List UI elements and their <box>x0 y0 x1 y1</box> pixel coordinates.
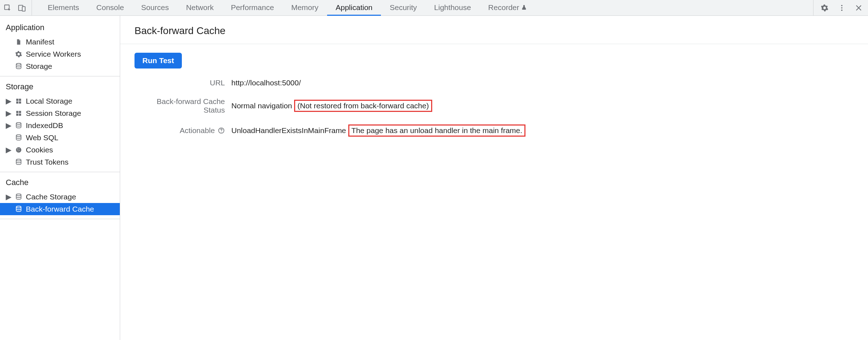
sidebar-item-manifest[interactable]: Manifest <box>0 36 120 48</box>
sidebar-item-label: Session Storage <box>26 109 81 118</box>
actionable-label: Actionable <box>180 126 215 135</box>
grid-icon <box>14 110 23 117</box>
sidebar-divider <box>0 219 120 219</box>
svg-point-26 <box>221 132 222 132</box>
sidebar-item-label: Back-forward Cache <box>26 205 94 213</box>
svg-point-15 <box>16 123 21 124</box>
tab-sources[interactable]: Sources <box>133 0 178 16</box>
sidebar: Application Manifest Service Workers Sto… <box>0 16 120 340</box>
devtools-tabstrip: Elements Console Sources Network Perform… <box>0 0 868 16</box>
tabstrip-right-icons <box>813 0 862 15</box>
sidebar-item-label: Service Workers <box>26 50 81 58</box>
sidebar-item-storage[interactable]: Storage <box>0 60 120 72</box>
database-icon <box>14 63 23 70</box>
svg-rect-12 <box>19 111 21 113</box>
sidebar-item-label: Cache Storage <box>26 193 76 201</box>
tab-security[interactable]: Security <box>381 0 425 16</box>
row-bfcache-status: Back-forward Cache Status Normal navigat… <box>135 97 854 114</box>
sidebar-item-label: Trust Tokens <box>26 158 69 166</box>
sidebar-item-cache-storage[interactable]: ▶ Cache Storage <box>0 191 120 203</box>
svg-point-20 <box>18 150 18 151</box>
svg-point-5 <box>841 9 843 11</box>
run-test-button[interactable]: Run Test <box>135 53 182 69</box>
tab-lighthouse[interactable]: Lighthouse <box>425 0 480 16</box>
svg-rect-9 <box>16 101 18 104</box>
main-content: Back-forward Cache Run Test URL http://l… <box>120 16 868 340</box>
svg-rect-2 <box>22 6 25 11</box>
grid-icon <box>14 98 23 104</box>
database-icon <box>14 193 23 200</box>
sidebar-item-session-storage[interactable]: ▶ Session Storage <box>0 107 120 119</box>
actionable-desc-highlight: The page has an unload handler in the ma… <box>348 124 525 137</box>
cookie-icon <box>14 146 23 154</box>
database-icon <box>14 134 23 141</box>
gear-icon[interactable] <box>821 4 829 12</box>
svg-point-3 <box>841 5 843 6</box>
tab-elements[interactable]: Elements <box>39 0 88 16</box>
tab-recorder-label: Recorder <box>488 3 519 12</box>
sidebar-item-bfcache[interactable]: Back-forward Cache <box>0 203 120 215</box>
tab-memory[interactable]: Memory <box>283 0 327 16</box>
svg-rect-7 <box>16 99 18 101</box>
tab-recorder[interactable]: Recorder <box>480 0 536 16</box>
sidebar-section-cache: Cache <box>0 176 120 191</box>
status-note-highlight: (Not restored from back-forward cache) <box>294 100 432 112</box>
caret-right-icon: ▶ <box>6 109 11 118</box>
sidebar-item-cookies[interactable]: ▶ Cookies <box>0 144 120 156</box>
svg-rect-8 <box>19 99 21 101</box>
help-icon[interactable] <box>218 127 225 134</box>
tab-performance[interactable]: Performance <box>222 0 283 16</box>
tab-network[interactable]: Network <box>178 0 222 16</box>
tab-console[interactable]: Console <box>88 0 133 16</box>
page-title: Back-forward Cache <box>120 16 868 44</box>
svg-point-4 <box>841 7 843 9</box>
sidebar-divider <box>0 172 120 172</box>
url-value: http://localhost:5000/ <box>231 79 301 87</box>
sidebar-item-label: Web SQL <box>26 133 58 142</box>
svg-point-21 <box>19 150 20 151</box>
sidebar-item-service-workers[interactable]: Service Workers <box>0 48 120 60</box>
svg-rect-10 <box>19 101 21 104</box>
sidebar-item-label: IndexedDB <box>26 121 63 130</box>
caret-right-icon: ▶ <box>6 146 11 154</box>
database-icon <box>14 122 23 129</box>
svg-point-17 <box>16 147 22 153</box>
svg-point-16 <box>16 135 21 137</box>
sidebar-divider <box>0 76 120 76</box>
sidebar-item-label: Local Storage <box>26 97 72 105</box>
sidebar-item-indexeddb[interactable]: ▶ IndexedDB <box>0 119 120 132</box>
sidebar-item-label: Cookies <box>26 146 53 154</box>
content-area: Run Test URL http://localhost:5000/ Back… <box>120 44 868 155</box>
row-url: URL http://localhost:5000/ <box>135 79 854 87</box>
database-icon <box>14 159 23 166</box>
kebab-icon[interactable] <box>838 4 846 12</box>
svg-point-18 <box>17 148 18 150</box>
document-icon <box>14 38 23 46</box>
row-actionable: Actionable UnloadHandlerExistsInMainFram… <box>135 124 854 137</box>
svg-point-19 <box>19 148 20 149</box>
sidebar-item-label: Manifest <box>26 38 54 46</box>
url-label: URL <box>135 79 231 87</box>
sidebar-item-web-sql[interactable]: Web SQL <box>0 132 120 144</box>
tabstrip-left-icons <box>4 0 32 15</box>
svg-rect-11 <box>16 111 18 113</box>
status-label: Back-forward Cache Status <box>135 97 231 114</box>
close-icon[interactable] <box>855 4 862 11</box>
body-split: Application Manifest Service Workers Sto… <box>0 16 868 340</box>
status-value: Normal navigation <box>231 101 292 110</box>
caret-right-icon: ▶ <box>6 121 11 130</box>
svg-point-22 <box>16 159 21 161</box>
device-toggle-icon[interactable] <box>18 4 26 12</box>
svg-point-24 <box>16 206 21 208</box>
sidebar-item-local-storage[interactable]: ▶ Local Storage <box>0 95 120 107</box>
sidebar-item-label: Storage <box>26 62 52 71</box>
actionable-code: UnloadHandlerExistsInMainFrame <box>231 126 346 135</box>
tab-application[interactable]: Application <box>327 0 381 16</box>
database-icon <box>14 206 23 213</box>
inspect-icon[interactable] <box>4 4 11 12</box>
svg-point-23 <box>16 194 21 196</box>
sidebar-item-trust-tokens[interactable]: Trust Tokens <box>0 156 120 168</box>
gear-icon <box>14 51 23 58</box>
sidebar-section-application: Application <box>0 21 120 36</box>
beaker-icon <box>521 5 527 10</box>
